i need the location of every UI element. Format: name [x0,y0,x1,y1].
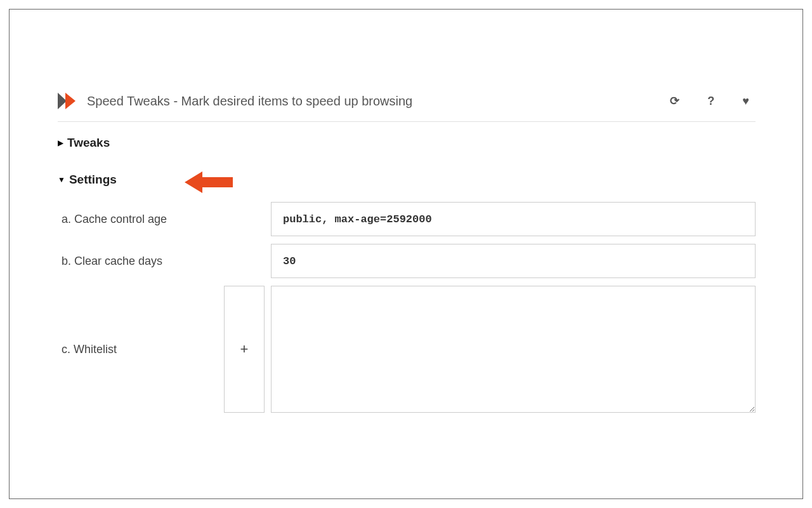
settings-body: a. Cache control age b. Clear cache days… [58,202,756,413]
settings-row-cache-control-age: a. Cache control age [58,202,756,236]
plus-icon: + [240,341,249,358]
section-tweaks-header[interactable]: ▶ Tweaks [58,136,756,150]
section-tweaks: ▶ Tweaks [58,136,756,150]
svg-marker-0 [58,93,67,109]
heart-icon[interactable]: ♥ [742,95,749,107]
page-header: Speed Tweaks - Mark desired items to spe… [58,92,756,122]
section-settings-header[interactable]: ▼ Settings [58,173,756,187]
whitelist-textarea[interactable] [271,286,756,413]
disclosure-down-icon: ▼ [58,175,65,184]
reload-icon[interactable]: ⟳ [670,95,679,107]
fast-forward-icon [58,92,79,110]
section-settings-title: Settings [69,173,117,187]
page-title: Speed Tweaks - Mark desired items to spe… [87,94,670,109]
whitelist-add-button[interactable]: + [224,286,265,413]
svg-marker-1 [65,93,75,109]
whitelist-label: c. Whitelist [58,286,224,413]
section-tweaks-title: Tweaks [67,136,110,150]
app-logo [58,92,87,110]
app-frame: Speed Tweaks - Mark desired items to spe… [9,9,803,499]
disclosure-right-icon: ▶ [58,138,63,147]
clear-cache-days-input[interactable] [271,244,756,278]
section-settings: ▼ Settings a. Cache control age b. Clear… [58,173,756,413]
help-icon[interactable]: ? [707,95,714,107]
cache-control-age-label: a. Cache control age [58,202,271,236]
clear-cache-days-label: b. Clear cache days [58,244,271,278]
cache-control-age-input[interactable] [271,202,756,236]
settings-row-clear-cache-days: b. Clear cache days [58,244,756,278]
content-area: Speed Tweaks - Mark desired items to spe… [58,92,756,420]
header-toolbar: ⟳ ? ♥ [670,95,756,107]
settings-row-whitelist: c. Whitelist + [58,286,756,413]
